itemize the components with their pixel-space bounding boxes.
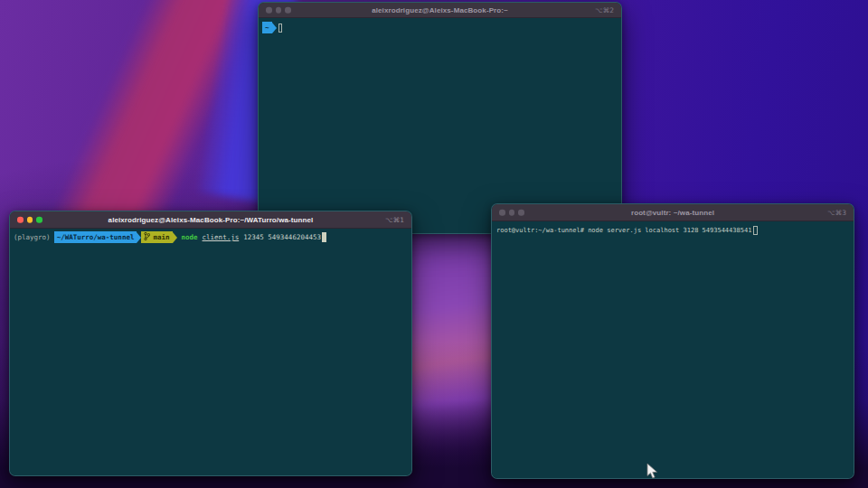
- terminal-window-vultr-server: root@vultr: ~/wa-tunnel ⌥⌘3 root@vultr:~…: [491, 203, 854, 479]
- close-button[interactable]: [266, 7, 272, 14]
- powerline-arrow-icon: [272, 23, 277, 33]
- command-script: client.js: [203, 233, 240, 241]
- command-args: 12345 5493446204453: [243, 233, 321, 241]
- window-title: aleixrodriguez@Aleixs-MacBook-Pro:~: [372, 6, 508, 14]
- minimize-button[interactable]: [27, 217, 33, 223]
- traffic-lights: [266, 7, 291, 14]
- terminal-content[interactable]: ~: [259, 18, 621, 233]
- window-shortcut-badge: ⌥⌘1: [385, 216, 404, 224]
- title-bar[interactable]: aleixrodriguez@Aleixs-MacBook-Pro:~ ⌥⌘2: [259, 3, 621, 18]
- powerline-arrow-icon: [173, 232, 177, 243]
- traffic-lights: [17, 217, 42, 223]
- terminal-content[interactable]: root@vultr:~/wa-tunnel# node server.js l…: [492, 221, 854, 478]
- window-title: root@vultr: ~/wa-tunnel: [631, 209, 714, 217]
- close-button[interactable]: [499, 210, 505, 216]
- terminal-cursor: [322, 232, 326, 242]
- terminal-cursor: [278, 23, 283, 33]
- zoom-button[interactable]: [285, 7, 291, 14]
- prompt-line: root@vultr:~/wa-tunnel# node server.js l…: [496, 224, 854, 236]
- command-text: root@vultr:~/wa-tunnel# node server.js l…: [496, 227, 751, 234]
- window-shortcut-badge: ⌥⌘2: [595, 6, 614, 14]
- terminal-content[interactable]: (playgro) ~/WATurro/wa-tunnel main node …: [10, 229, 411, 475]
- minimize-button[interactable]: [509, 210, 515, 216]
- prompt-line: ~: [262, 22, 621, 33]
- mouse-cursor-icon: [646, 463, 659, 483]
- prompt-line: (playgro) ~/WATurro/wa-tunnel main node …: [14, 231, 411, 243]
- minimize-button[interactable]: [276, 7, 282, 14]
- prompt-path-segment: ~/WATurro/wa-tunnel: [54, 231, 137, 243]
- title-bar[interactable]: root@vultr: ~/wa-tunnel ⌥⌘3: [492, 204, 854, 221]
- git-branch-segment: main: [141, 231, 172, 243]
- git-branch-icon: [144, 232, 150, 242]
- terminal-cursor: [753, 226, 758, 235]
- prompt-path-segment: ~: [262, 22, 272, 33]
- command-program: node: [182, 233, 198, 241]
- conda-env-label: (playgro): [14, 233, 51, 241]
- window-title: aleixrodriguez@Aleixs-MacBook-Pro:~/WATu…: [108, 216, 314, 224]
- zoom-button[interactable]: [518, 210, 524, 216]
- title-bar[interactable]: aleixrodriguez@Aleixs-MacBook-Pro:~/WATu…: [10, 211, 411, 229]
- terminal-window-client: aleixrodriguez@Aleixs-MacBook-Pro:~/WATu…: [9, 211, 412, 476]
- window-shortcut-badge: ⌥⌘3: [827, 209, 846, 217]
- zoom-button[interactable]: [36, 217, 42, 223]
- terminal-window-remote-home: aleixrodriguez@Aleixs-MacBook-Pro:~ ⌥⌘2 …: [258, 2, 622, 234]
- close-button[interactable]: [17, 217, 24, 223]
- traffic-lights: [499, 210, 524, 216]
- desktop: aleixrodriguez@Aleixs-MacBook-Pro:~ ⌥⌘2 …: [0, 0, 868, 488]
